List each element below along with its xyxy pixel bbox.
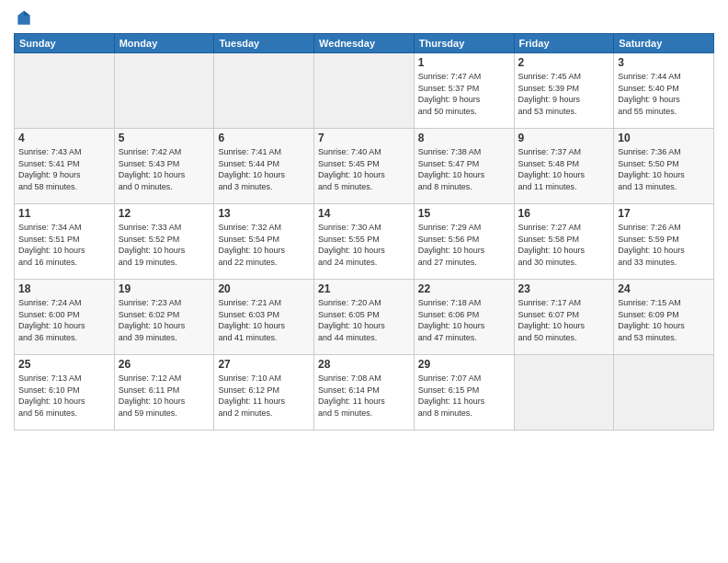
calendar-cell: 27Sunrise: 7:10 AMSunset: 6:12 PMDayligh… xyxy=(214,355,314,431)
day-info: Sunrise: 7:20 AMSunset: 6:05 PMDaylight:… xyxy=(318,297,410,343)
day-number: 14 xyxy=(318,207,410,220)
day-info: Sunrise: 7:47 AMSunset: 5:37 PMDaylight:… xyxy=(418,71,510,117)
weekday-header-saturday: Saturday xyxy=(614,34,714,53)
calendar-cell: 16Sunrise: 7:27 AMSunset: 5:58 PMDayligh… xyxy=(514,204,614,280)
logo-icon xyxy=(15,9,33,28)
calendar-cell xyxy=(214,53,314,129)
day-number: 28 xyxy=(318,358,410,371)
calendar-cell: 28Sunrise: 7:08 AMSunset: 6:14 PMDayligh… xyxy=(314,355,415,431)
calendar-cell xyxy=(114,53,214,129)
day-number: 23 xyxy=(518,282,610,295)
calendar-cell xyxy=(314,53,415,129)
calendar-cell: 7Sunrise: 7:40 AMSunset: 5:45 PMDaylight… xyxy=(314,129,415,204)
day-info: Sunrise: 7:24 AMSunset: 6:00 PMDaylight:… xyxy=(18,297,110,343)
calendar-cell: 8Sunrise: 7:38 AMSunset: 5:47 PMDaylight… xyxy=(414,129,514,204)
day-info: Sunrise: 7:45 AMSunset: 5:39 PMDaylight:… xyxy=(518,71,610,117)
day-number: 29 xyxy=(418,358,510,371)
calendar-cell xyxy=(15,53,115,129)
day-number: 4 xyxy=(18,132,110,144)
day-number: 17 xyxy=(618,207,710,220)
day-number: 5 xyxy=(119,132,210,144)
day-info: Sunrise: 7:08 AMSunset: 6:14 PMDaylight:… xyxy=(318,373,410,419)
day-info: Sunrise: 7:15 AMSunset: 6:09 PMDaylight:… xyxy=(618,297,710,343)
calendar-cell: 5Sunrise: 7:42 AMSunset: 5:43 PMDaylight… xyxy=(114,129,214,204)
weekday-header-monday: Monday xyxy=(114,34,214,53)
calendar-cell: 20Sunrise: 7:21 AMSunset: 6:03 PMDayligh… xyxy=(214,280,314,355)
day-number: 13 xyxy=(218,207,310,220)
calendar: SundayMondayTuesdayWednesdayThursdayFrid… xyxy=(14,33,714,431)
day-number: 6 xyxy=(218,132,310,144)
calendar-cell: 29Sunrise: 7:07 AMSunset: 6:15 PMDayligh… xyxy=(414,355,514,431)
day-number: 2 xyxy=(518,56,610,69)
calendar-cell: 3Sunrise: 7:44 AMSunset: 5:40 PMDaylight… xyxy=(614,53,714,129)
day-number: 20 xyxy=(218,282,310,295)
calendar-cell: 12Sunrise: 7:33 AMSunset: 5:52 PMDayligh… xyxy=(114,204,214,280)
day-info: Sunrise: 7:41 AMSunset: 5:44 PMDaylight:… xyxy=(218,146,310,192)
day-info: Sunrise: 7:21 AMSunset: 6:03 PMDaylight:… xyxy=(218,297,310,343)
day-number: 27 xyxy=(218,358,310,371)
day-info: Sunrise: 7:13 AMSunset: 6:10 PMDaylight:… xyxy=(18,373,110,419)
day-number: 7 xyxy=(318,132,410,144)
day-number: 11 xyxy=(18,207,110,220)
day-number: 26 xyxy=(119,358,210,371)
day-number: 15 xyxy=(418,207,510,220)
day-number: 24 xyxy=(618,282,710,295)
calendar-cell: 11Sunrise: 7:34 AMSunset: 5:51 PMDayligh… xyxy=(15,204,115,280)
calendar-cell: 9Sunrise: 7:37 AMSunset: 5:48 PMDaylight… xyxy=(514,129,614,204)
calendar-cell: 4Sunrise: 7:43 AMSunset: 5:41 PMDaylight… xyxy=(15,129,115,204)
day-number: 3 xyxy=(618,56,710,69)
calendar-cell: 15Sunrise: 7:29 AMSunset: 5:56 PMDayligh… xyxy=(414,204,514,280)
day-number: 21 xyxy=(318,282,410,295)
day-info: Sunrise: 7:27 AMSunset: 5:58 PMDaylight:… xyxy=(518,222,610,268)
day-info: Sunrise: 7:37 AMSunset: 5:48 PMDaylight:… xyxy=(518,146,610,192)
calendar-cell: 17Sunrise: 7:26 AMSunset: 5:59 PMDayligh… xyxy=(614,204,714,280)
weekday-header-thursday: Thursday xyxy=(414,34,514,53)
day-info: Sunrise: 7:12 AMSunset: 6:11 PMDaylight:… xyxy=(119,373,210,419)
day-info: Sunrise: 7:33 AMSunset: 5:52 PMDaylight:… xyxy=(119,222,210,268)
calendar-cell: 24Sunrise: 7:15 AMSunset: 6:09 PMDayligh… xyxy=(614,280,714,355)
day-info: Sunrise: 7:38 AMSunset: 5:47 PMDaylight:… xyxy=(418,146,510,192)
day-info: Sunrise: 7:32 AMSunset: 5:54 PMDaylight:… xyxy=(218,222,310,268)
day-info: Sunrise: 7:30 AMSunset: 5:55 PMDaylight:… xyxy=(318,222,410,268)
week-row-5: 25Sunrise: 7:13 AMSunset: 6:10 PMDayligh… xyxy=(15,355,714,431)
logo xyxy=(14,9,33,26)
day-info: Sunrise: 7:10 AMSunset: 6:12 PMDaylight:… xyxy=(218,373,310,419)
day-info: Sunrise: 7:34 AMSunset: 5:51 PMDaylight:… xyxy=(18,222,110,268)
day-number: 16 xyxy=(518,207,610,220)
day-number: 12 xyxy=(119,207,210,220)
day-number: 18 xyxy=(18,282,110,295)
calendar-cell: 2Sunrise: 7:45 AMSunset: 5:39 PMDaylight… xyxy=(514,53,614,129)
weekday-header-row: SundayMondayTuesdayWednesdayThursdayFrid… xyxy=(15,34,714,53)
calendar-cell xyxy=(614,355,714,431)
week-row-4: 18Sunrise: 7:24 AMSunset: 6:00 PMDayligh… xyxy=(15,280,714,355)
day-number: 25 xyxy=(18,358,110,371)
day-number: 22 xyxy=(418,282,510,295)
day-number: 10 xyxy=(618,132,710,144)
calendar-cell: 21Sunrise: 7:20 AMSunset: 6:05 PMDayligh… xyxy=(314,280,415,355)
header xyxy=(14,9,714,26)
calendar-cell: 13Sunrise: 7:32 AMSunset: 5:54 PMDayligh… xyxy=(214,204,314,280)
week-row-2: 4Sunrise: 7:43 AMSunset: 5:41 PMDaylight… xyxy=(15,129,714,204)
day-number: 19 xyxy=(119,282,210,295)
calendar-cell: 26Sunrise: 7:12 AMSunset: 6:11 PMDayligh… xyxy=(114,355,214,431)
day-number: 9 xyxy=(518,132,610,144)
weekday-header-wednesday: Wednesday xyxy=(314,34,415,53)
weekday-header-friday: Friday xyxy=(514,34,614,53)
day-info: Sunrise: 7:07 AMSunset: 6:15 PMDaylight:… xyxy=(418,373,510,419)
week-row-1: 1Sunrise: 7:47 AMSunset: 5:37 PMDaylight… xyxy=(15,53,714,129)
day-info: Sunrise: 7:42 AMSunset: 5:43 PMDaylight:… xyxy=(119,146,210,192)
day-info: Sunrise: 7:43 AMSunset: 5:41 PMDaylight:… xyxy=(18,146,110,192)
calendar-cell: 25Sunrise: 7:13 AMSunset: 6:10 PMDayligh… xyxy=(15,355,115,431)
calendar-cell: 23Sunrise: 7:17 AMSunset: 6:07 PMDayligh… xyxy=(514,280,614,355)
day-info: Sunrise: 7:23 AMSunset: 6:02 PMDaylight:… xyxy=(119,297,210,343)
day-number: 1 xyxy=(418,56,510,69)
day-info: Sunrise: 7:40 AMSunset: 5:45 PMDaylight:… xyxy=(318,146,410,192)
day-info: Sunrise: 7:29 AMSunset: 5:56 PMDaylight:… xyxy=(418,222,510,268)
week-row-3: 11Sunrise: 7:34 AMSunset: 5:51 PMDayligh… xyxy=(15,204,714,280)
calendar-cell: 22Sunrise: 7:18 AMSunset: 6:06 PMDayligh… xyxy=(414,280,514,355)
calendar-cell: 18Sunrise: 7:24 AMSunset: 6:00 PMDayligh… xyxy=(15,280,115,355)
calendar-cell: 6Sunrise: 7:41 AMSunset: 5:44 PMDaylight… xyxy=(214,129,314,204)
day-info: Sunrise: 7:18 AMSunset: 6:06 PMDaylight:… xyxy=(418,297,510,343)
calendar-cell: 14Sunrise: 7:30 AMSunset: 5:55 PMDayligh… xyxy=(314,204,415,280)
day-info: Sunrise: 7:44 AMSunset: 5:40 PMDaylight:… xyxy=(618,71,710,117)
